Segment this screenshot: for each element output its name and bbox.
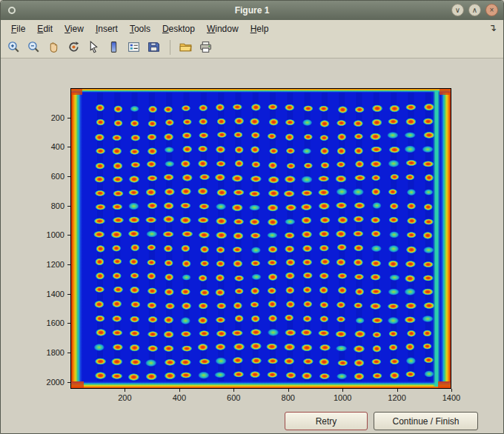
- menu-view[interactable]: View: [59, 21, 90, 36]
- menubar: FileEditViewInsertToolsDesktopWindowHelp…: [1, 20, 503, 36]
- y-tick-label: 1400: [35, 288, 64, 300]
- menu-desktop[interactable]: Desktop: [156, 21, 201, 36]
- y-tick-mark: [67, 176, 70, 177]
- plot-axes: [70, 88, 451, 389]
- y-tick-label: 200: [35, 112, 64, 124]
- y-tick-mark: [67, 294, 70, 295]
- toolbar: [1, 36, 503, 59]
- x-tick-mark: [397, 389, 398, 392]
- minimize-button[interactable]: ∨: [451, 4, 464, 16]
- x-tick-mark: [342, 389, 343, 392]
- window-controls: ∨ ∧ ×: [451, 4, 498, 16]
- window-title: Figure 1: [1, 1, 503, 20]
- menu-file[interactable]: File: [5, 21, 31, 36]
- y-tick-mark: [67, 147, 70, 147]
- legend-icon[interactable]: [125, 39, 143, 56]
- menubar-items: FileEditViewInsertToolsDesktopWindowHelp: [1, 20, 503, 36]
- y-tick-mark: [67, 382, 70, 383]
- x-tick-label: 1000: [326, 393, 359, 403]
- y-tick-mark: [67, 353, 70, 353]
- x-tick-label: 1200: [381, 393, 414, 403]
- y-tick-label: 600: [35, 170, 64, 182]
- x-tick-mark: [179, 389, 180, 392]
- y-tick-mark: [67, 206, 70, 207]
- y-tick-label: 1000: [35, 229, 64, 241]
- x-tick-label: 400: [163, 393, 196, 403]
- open-folder-icon[interactable]: [177, 39, 195, 56]
- rotate-3d-icon[interactable]: [65, 39, 83, 56]
- y-tick-label: 1200: [35, 258, 64, 270]
- print-icon[interactable]: [197, 39, 215, 56]
- x-tick-label: 800: [272, 393, 305, 403]
- zoom-out-icon[interactable]: [25, 39, 43, 56]
- y-tick-label: 1600: [35, 317, 64, 329]
- close-button[interactable]: ×: [485, 4, 498, 16]
- retry-button[interactable]: Retry: [285, 412, 368, 430]
- menu-help[interactable]: Help: [245, 21, 275, 36]
- dock-arrow-icon[interactable]: ↴: [488, 22, 497, 33]
- x-tick-mark: [288, 389, 289, 392]
- x-tick-label: 600: [217, 393, 250, 403]
- data-cursor-icon[interactable]: [85, 39, 103, 56]
- zoom-in-icon[interactable]: [5, 39, 23, 56]
- menu-tools[interactable]: Tools: [124, 21, 156, 36]
- menu-insert[interactable]: Insert: [90, 21, 124, 36]
- y-tick-mark: [67, 118, 70, 118]
- pan-hand-icon[interactable]: [45, 39, 63, 56]
- y-tick-mark: [67, 323, 70, 324]
- toolbar-separator: [170, 40, 170, 55]
- x-tick-label: 200: [108, 393, 141, 403]
- y-tick-mark: [67, 264, 70, 265]
- maximize-button[interactable]: ∧: [468, 4, 481, 16]
- x-tick-mark: [451, 389, 452, 392]
- save-icon[interactable]: [145, 39, 163, 56]
- x-tick-label: 1400: [435, 393, 468, 403]
- y-tick-mark: [67, 235, 70, 236]
- y-tick-label: 1800: [35, 347, 64, 358]
- x-tick-mark: [233, 389, 234, 392]
- y-tick-label: 2000: [35, 376, 64, 388]
- figure-window: Figure 1 ∨ ∧ × FileEditViewInsertToolsDe…: [0, 0, 504, 434]
- continue-finish-button[interactable]: Continue / Finish: [374, 412, 478, 430]
- menu-edit[interactable]: Edit: [31, 21, 59, 36]
- menu-window[interactable]: Window: [201, 21, 245, 36]
- y-tick-label: 800: [35, 200, 64, 212]
- titlebar[interactable]: Figure 1 ∨ ∧ ×: [1, 1, 503, 20]
- colorbar-icon[interactable]: [105, 39, 123, 56]
- x-tick-mark: [125, 389, 125, 392]
- y-tick-label: 400: [35, 141, 64, 153]
